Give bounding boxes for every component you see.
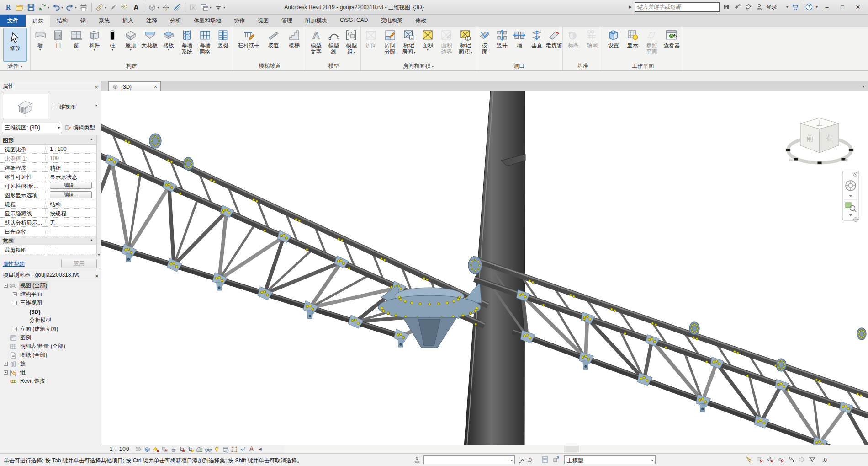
tag-button[interactable]: 1 (119, 1, 130, 13)
browser-item-label[interactable]: 组 (19, 368, 27, 377)
signin-dropdown-icon[interactable]: ▾ (786, 5, 788, 9)
tab-file[interactable]: 文件 (0, 15, 26, 27)
scrollbar-thumb[interactable] (564, 446, 579, 452)
ribbon-button-wall[interactable]: 墙▾ (32, 28, 49, 52)
communication-center-icon[interactable] (733, 3, 741, 11)
browser-item-1[interactable]: +结构平面 (0, 290, 101, 299)
edit-button[interactable]: 编辑... (50, 191, 92, 198)
prop-value[interactable]: 无 (47, 218, 97, 226)
tab-插入[interactable]: 插入 (116, 15, 140, 27)
maximize-button[interactable]: □ (836, 2, 849, 12)
prop-value[interactable]: 结构 (47, 199, 97, 208)
preview-dropdown-icon[interactable]: ▾ (95, 103, 97, 107)
redo-button[interactable]: ▾ (64, 1, 78, 13)
view-tab-close-icon[interactable]: × (154, 84, 157, 90)
temporary-view-properties-button[interactable] (221, 445, 230, 453)
browser-item-2[interactable]: −三维视图 (0, 299, 101, 307)
text-button[interactable]: A (131, 1, 142, 13)
show-crop-button[interactable] (186, 445, 195, 453)
ribbon-button-stair[interactable]: 楼梯 (286, 28, 303, 49)
ribbon-button-dormer[interactable]: 老虎窗 (545, 28, 563, 49)
browser-item-label[interactable]: 立面 (建筑立面) (19, 325, 59, 333)
type-selector[interactable]: 三维视图: {3D}▾ (2, 123, 62, 133)
viewcube[interactable]: 上前右南东 (786, 118, 853, 164)
drag-on-selection-toggle[interactable] (788, 456, 796, 464)
rendering-dialog-button[interactable] (169, 445, 178, 453)
worksets-icon[interactable] (413, 456, 422, 464)
ribbon-button-opening-by-face[interactable]: 按面 (476, 28, 493, 55)
view-scale-button[interactable]: 1 : 100 (110, 446, 130, 452)
ribbon-button-tag-room[interactable]: 1标记房间▾ (400, 28, 418, 56)
expand-icon[interactable]: + (4, 362, 8, 366)
ribbon-button-window[interactable]: 窗 (68, 28, 85, 49)
tab-修改[interactable]: 修改 (409, 15, 433, 27)
browser-item-0[interactable]: −视图 (全部) (0, 281, 101, 290)
properties-scrollbar[interactable]: ▼ (96, 135, 101, 257)
prop-value[interactable] (47, 245, 97, 254)
browser-item-label[interactable]: 图例 (19, 333, 32, 342)
type-preview-image[interactable] (3, 94, 48, 119)
tab-管理[interactable]: 管理 (275, 15, 299, 27)
minimize-button[interactable]: – (820, 2, 833, 12)
exchange-store-icon[interactable] (791, 3, 799, 11)
browser-item-10[interactable]: +组 (0, 368, 101, 377)
active-option-only-icon[interactable] (552, 456, 561, 464)
collapse-icon[interactable]: − (13, 301, 17, 305)
switch-windows-button[interactable]: ▾ (199, 1, 212, 13)
ribbon-button-workplane-show[interactable]: 显示 (624, 28, 641, 49)
favorites-star-icon[interactable] (744, 3, 752, 11)
tab-CiSGTCAD[interactable]: CiSGTCAD (333, 15, 374, 27)
ribbon-button-workplane-set[interactable]: 设置 (605, 28, 622, 49)
prop-value[interactable]: 显示原状态 (47, 172, 97, 181)
visual-style-button[interactable] (143, 445, 152, 453)
select-links-toggle[interactable] (746, 456, 754, 464)
browser-item-8[interactable]: 图纸 (全部) (0, 351, 101, 359)
edit-type-button[interactable]: 编辑类型 (64, 123, 99, 133)
ribbon-button-wall-opening[interactable]: 墙 (511, 28, 528, 49)
filter-toggle[interactable] (809, 456, 817, 464)
tab-建筑[interactable]: 建筑 (26, 15, 50, 27)
browser-item-6[interactable]: 图例 (0, 333, 101, 342)
collapse-icon[interactable]: − (4, 284, 8, 288)
prop-value[interactable]: 精细 (47, 163, 97, 171)
tab-附加模块[interactable]: 附加模块 (299, 15, 333, 27)
browser-item-label[interactable]: 图纸 (全部) (19, 351, 48, 359)
tab-结构[interactable]: 结构 (50, 15, 74, 27)
browser-item-label[interactable]: 结构平面 (19, 290, 43, 299)
ribbon-button-tag-area[interactable]: 1标记面积▾ (457, 28, 474, 56)
select-panel-label[interactable]: 选择 ▾ (0, 62, 30, 70)
section-button[interactable] (160, 1, 171, 13)
search-icon[interactable] (722, 3, 730, 11)
ribbon-button-ramp[interactable]: 坡道 (265, 28, 282, 49)
revit-logo-button[interactable]: R (3, 1, 14, 13)
ribbon-button-vertical-opening[interactable]: 垂直 (528, 28, 545, 49)
unlocked-3d-button[interactable] (195, 445, 204, 453)
editable-only-icon[interactable] (519, 456, 527, 464)
prop-value[interactable]: 1 : 100 (47, 145, 97, 153)
background-processes-toggle[interactable] (798, 456, 806, 464)
browser-item-7[interactable]: 明细表/数量 (全部) (0, 342, 101, 351)
ribbon-button-viewer[interactable]: 查看器 (662, 28, 681, 49)
open-button[interactable] (14, 1, 25, 13)
edit-button[interactable]: 编辑... (50, 182, 92, 189)
ribbon-button-model-text[interactable]: A模型文字 (307, 28, 325, 55)
measure-button[interactable]: ▾ (94, 1, 107, 13)
help-dropdown-icon[interactable]: ▾ (816, 5, 818, 9)
browser-item-9[interactable]: +族 (0, 359, 101, 368)
prop-value[interactable] (47, 227, 97, 236)
browser-item-3[interactable]: {3D} (0, 307, 101, 316)
detail-level-button[interactable] (134, 445, 143, 453)
prop-section-范围[interactable]: 范围▲ (0, 236, 97, 245)
browser-item-4[interactable]: 分析模型 (0, 316, 101, 325)
browser-item-label[interactable]: 分析模型 (28, 316, 53, 325)
sync-button[interactable]: ▾ (37, 1, 50, 13)
prop-value[interactable]: 编辑... (47, 190, 97, 199)
ribbon-button-model-group[interactable]: 模型组▾ (343, 28, 360, 56)
shadows-button[interactable] (160, 445, 169, 453)
tab-变电构架[interactable]: 变电构架 (374, 15, 409, 27)
ribbon-button-curtain-system[interactable]: 幕墙系统 (178, 28, 196, 55)
undo-button[interactable]: ▾ (51, 1, 64, 13)
view-tab-3d[interactable]: {3D} × (108, 81, 161, 91)
checkbox[interactable] (50, 229, 55, 234)
aligned-dimension-button[interactable] (108, 1, 119, 13)
